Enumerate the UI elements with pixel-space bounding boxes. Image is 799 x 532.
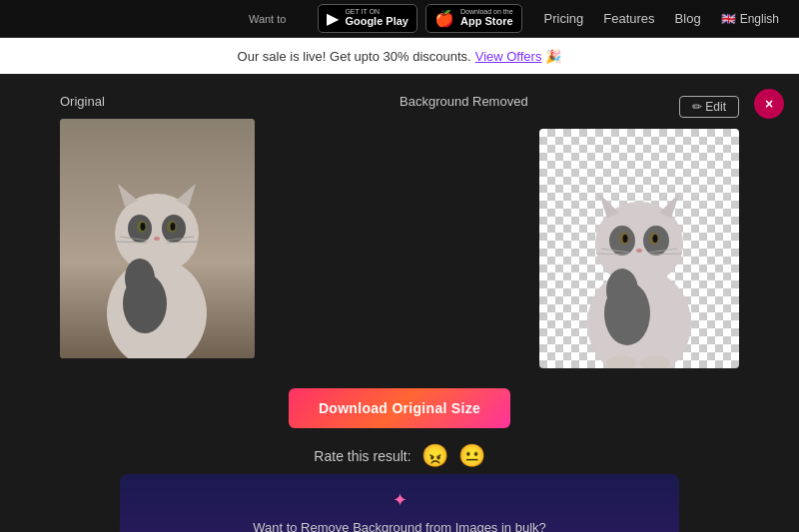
removed-bg-header: Background Removed ✏ Edit	[400, 94, 739, 119]
svg-point-17	[125, 259, 155, 298]
flag-icon: 🇬🇧	[721, 12, 736, 26]
header: Want to ▶ GET IT ON Google Play 🍎 Downlo…	[0, 0, 799, 38]
lang-label: English	[740, 12, 779, 26]
svg-point-2	[115, 194, 199, 273]
images-section: Original	[60, 94, 739, 368]
apple-icon: 🍎	[434, 9, 454, 28]
actions: Download Original Size Rate this result:…	[60, 388, 739, 469]
nav-pricing[interactable]: Pricing	[544, 11, 584, 26]
svg-point-30	[636, 249, 642, 253]
svg-point-28	[623, 235, 628, 243]
store-badges: ▶ GET IT ON Google Play 🍎 Download on th…	[318, 4, 521, 32]
svg-point-29	[653, 235, 658, 243]
original-panel: Original	[60, 94, 400, 358]
app-store-badge[interactable]: 🍎 Download on the App Store	[425, 4, 522, 32]
svg-point-11	[154, 237, 160, 241]
banner-emoji: 🎉	[545, 49, 561, 64]
cat-svg-removed	[539, 129, 739, 368]
rating-label: Rate this result:	[314, 448, 410, 464]
svg-point-10	[171, 223, 176, 231]
removed-label: Background Removed	[400, 94, 528, 109]
original-cat-image	[60, 119, 255, 358]
bulk-icon: ✦	[393, 489, 407, 511]
download-button[interactable]: Download Original Size	[289, 388, 510, 428]
sale-banner: Our sale is live! Get upto 30% discounts…	[0, 38, 799, 74]
nav-links: Pricing Features Blog 🇬🇧 English	[544, 11, 779, 26]
main-content: × Original	[0, 74, 799, 532]
removed-bg-panel: Background Removed ✏ Edit	[400, 94, 739, 368]
cat-svg-original	[60, 119, 255, 358]
rating-row: Rate this result: 😠 😐	[314, 443, 484, 469]
rating-neutral-button[interactable]: 😐	[458, 443, 485, 469]
language-selector[interactable]: 🇬🇧 English	[721, 12, 779, 26]
header-left: Want to	[20, 13, 306, 25]
original-image-container	[60, 119, 255, 358]
bottom-banner: ✦ Want to Remove Background from Images …	[120, 474, 679, 532]
nav-blog[interactable]: Blog	[675, 11, 701, 26]
view-offers-link[interactable]: View Offers	[475, 49, 542, 64]
app-store-text: Download on the App Store	[460, 8, 513, 28]
banner-text: Our sale is live! Get upto 30% discounts…	[238, 49, 471, 64]
edit-button[interactable]: ✏ Edit	[679, 96, 739, 118]
rating-bad-button[interactable]: 😠	[421, 443, 448, 469]
nav-features[interactable]: Features	[603, 11, 654, 26]
original-label: Original	[60, 94, 105, 109]
want-to-text: Want to	[249, 13, 287, 25]
google-play-badge[interactable]: ▶ GET IT ON Google Play	[318, 4, 417, 32]
removed-image-container	[539, 129, 739, 368]
svg-point-9	[141, 223, 146, 231]
close-button[interactable]: ×	[754, 89, 784, 119]
svg-point-36	[606, 268, 638, 312]
google-play-icon: ▶	[327, 9, 339, 28]
google-play-text: GET IT ON Google Play	[345, 8, 408, 28]
bulk-text: Want to Remove Background from Images in…	[253, 520, 546, 532]
